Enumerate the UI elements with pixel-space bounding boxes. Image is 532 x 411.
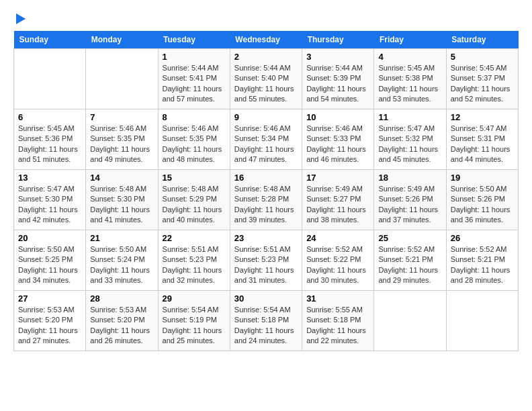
sunset-text: Sunset: 5:41 PM — [163, 73, 226, 83]
cell-content: Sunrise: 5:52 AMSunset: 5:21 PMDaylight:… — [378, 244, 441, 286]
daylight-text: Daylight: 11 hours and 30 minutes. — [306, 265, 369, 286]
sunrise-text: Sunrise: 5:46 AM — [163, 124, 226, 134]
cell-content: Sunrise: 5:45 AMSunset: 5:38 PMDaylight:… — [378, 63, 441, 105]
sunset-text: Sunset: 5:33 PM — [306, 134, 369, 144]
daylight-text: Daylight: 11 hours and 55 minutes. — [234, 84, 298, 105]
sunrise-text: Sunrise: 5:45 AM — [451, 63, 514, 73]
weekday-header-friday: Friday — [374, 31, 446, 49]
weekday-header-thursday: Thursday — [302, 31, 374, 49]
sunrise-text: Sunrise: 5:45 AM — [378, 63, 441, 73]
logo — [13, 13, 26, 24]
cell-content: Sunrise: 5:44 AMSunset: 5:40 PMDaylight:… — [234, 63, 298, 105]
calendar-cell: 9Sunrise: 5:46 AMSunset: 5:34 PMDaylight… — [230, 109, 302, 170]
daylight-text: Daylight: 11 hours and 36 minutes. — [451, 205, 514, 226]
day-number: 15 — [163, 173, 226, 183]
daylight-text: Daylight: 11 hours and 22 minutes. — [306, 326, 369, 347]
sunset-text: Sunset: 5:32 PM — [378, 134, 441, 144]
daylight-text: Daylight: 11 hours and 42 minutes. — [18, 205, 81, 226]
sunrise-text: Sunrise: 5:52 AM — [306, 244, 369, 255]
calendar-table: SundayMondayTuesdayWednesdayThursdayFrid… — [13, 31, 519, 351]
sunrise-text: Sunrise: 5:50 AM — [451, 184, 514, 194]
day-number: 23 — [234, 233, 298, 243]
cell-content: Sunrise: 5:46 AMSunset: 5:35 PMDaylight:… — [163, 124, 226, 165]
day-number: 18 — [378, 173, 441, 183]
calendar-cell: 29Sunrise: 5:54 AMSunset: 5:19 PMDayligh… — [158, 291, 230, 351]
sunrise-text: Sunrise: 5:47 AM — [451, 124, 514, 134]
calendar-cell: 23Sunrise: 5:51 AMSunset: 5:23 PMDayligh… — [230, 230, 302, 291]
sunrise-text: Sunrise: 5:44 AM — [306, 63, 369, 73]
cell-content: Sunrise: 5:55 AMSunset: 5:18 PMDaylight:… — [306, 305, 369, 347]
cell-content: Sunrise: 5:49 AMSunset: 5:26 PMDaylight:… — [378, 184, 441, 226]
calendar-cell — [14, 49, 86, 109]
day-number: 17 — [306, 173, 369, 183]
sunset-text: Sunset: 5:24 PM — [90, 255, 153, 265]
daylight-text: Daylight: 11 hours and 38 minutes. — [306, 205, 369, 226]
daylight-text: Daylight: 11 hours and 39 minutes. — [234, 205, 298, 226]
sunset-text: Sunset: 5:21 PM — [378, 255, 441, 265]
cell-content: Sunrise: 5:50 AMSunset: 5:25 PMDaylight:… — [18, 244, 81, 286]
sunrise-text: Sunrise: 5:46 AM — [90, 124, 153, 134]
calendar-cell — [446, 291, 518, 351]
daylight-text: Daylight: 11 hours and 45 minutes. — [378, 144, 441, 165]
daylight-text: Daylight: 11 hours and 48 minutes. — [163, 144, 226, 165]
cell-content: Sunrise: 5:47 AMSunset: 5:30 PMDaylight:… — [18, 184, 81, 226]
sunrise-text: Sunrise: 5:51 AM — [234, 244, 298, 255]
week-row-0: 1Sunrise: 5:44 AMSunset: 5:41 PMDaylight… — [14, 49, 519, 109]
day-number: 3 — [306, 52, 369, 62]
sunrise-text: Sunrise: 5:44 AM — [163, 63, 226, 73]
cell-content: Sunrise: 5:54 AMSunset: 5:18 PMDaylight:… — [234, 305, 298, 347]
cell-content: Sunrise: 5:51 AMSunset: 5:23 PMDaylight:… — [234, 244, 298, 286]
daylight-text: Daylight: 11 hours and 28 minutes. — [451, 265, 514, 286]
daylight-text: Daylight: 11 hours and 32 minutes. — [163, 265, 226, 286]
sunset-text: Sunset: 5:34 PM — [234, 134, 298, 144]
daylight-text: Daylight: 11 hours and 51 minutes. — [18, 144, 81, 165]
sunset-text: Sunset: 5:26 PM — [451, 194, 514, 204]
week-row-4: 27Sunrise: 5:53 AMSunset: 5:20 PMDayligh… — [14, 291, 519, 351]
day-number: 20 — [18, 233, 81, 243]
daylight-text: Daylight: 11 hours and 44 minutes. — [451, 144, 514, 165]
sunrise-text: Sunrise: 5:45 AM — [18, 124, 81, 134]
daylight-text: Daylight: 11 hours and 52 minutes. — [451, 84, 514, 105]
daylight-text: Daylight: 11 hours and 46 minutes. — [306, 144, 369, 165]
weekday-header-row: SundayMondayTuesdayWednesdayThursdayFrid… — [14, 31, 519, 49]
cell-content: Sunrise: 5:47 AMSunset: 5:31 PMDaylight:… — [451, 124, 514, 165]
day-number: 9 — [234, 112, 298, 122]
sunrise-text: Sunrise: 5:48 AM — [234, 184, 298, 194]
calendar-cell: 24Sunrise: 5:52 AMSunset: 5:22 PMDayligh… — [302, 230, 374, 291]
sunset-text: Sunset: 5:21 PM — [451, 255, 514, 265]
weekday-header-wednesday: Wednesday — [230, 31, 302, 49]
day-number: 1 — [163, 52, 226, 62]
sunset-text: Sunset: 5:20 PM — [18, 315, 81, 325]
cell-content: Sunrise: 5:53 AMSunset: 5:20 PMDaylight:… — [90, 305, 153, 347]
cell-content: Sunrise: 5:48 AMSunset: 5:29 PMDaylight:… — [163, 184, 226, 226]
day-number: 30 — [234, 293, 298, 304]
weekday-header-sunday: Sunday — [14, 31, 86, 49]
daylight-text: Daylight: 11 hours and 27 minutes. — [18, 326, 81, 347]
day-number: 4 — [378, 52, 441, 62]
day-number: 28 — [90, 293, 153, 304]
cell-content: Sunrise: 5:45 AMSunset: 5:36 PMDaylight:… — [18, 124, 81, 165]
daylight-text: Daylight: 11 hours and 34 minutes. — [18, 265, 81, 286]
calendar-cell: 8Sunrise: 5:46 AMSunset: 5:35 PMDaylight… — [158, 109, 230, 170]
day-number: 14 — [90, 173, 153, 183]
day-number: 16 — [234, 173, 298, 183]
day-number: 26 — [451, 233, 514, 243]
cell-content: Sunrise: 5:49 AMSunset: 5:27 PMDaylight:… — [306, 184, 369, 226]
day-number: 10 — [306, 112, 369, 122]
week-row-3: 20Sunrise: 5:50 AMSunset: 5:25 PMDayligh… — [14, 230, 519, 291]
cell-content: Sunrise: 5:53 AMSunset: 5:20 PMDaylight:… — [18, 305, 81, 347]
sunrise-text: Sunrise: 5:48 AM — [163, 184, 226, 194]
daylight-text: Daylight: 11 hours and 47 minutes. — [234, 144, 298, 165]
calendar-cell: 20Sunrise: 5:50 AMSunset: 5:25 PMDayligh… — [14, 230, 86, 291]
sunset-text: Sunset: 5:37 PM — [451, 73, 514, 83]
calendar-cell: 13Sunrise: 5:47 AMSunset: 5:30 PMDayligh… — [14, 170, 86, 230]
calendar-cell: 27Sunrise: 5:53 AMSunset: 5:20 PMDayligh… — [14, 291, 86, 351]
sunset-text: Sunset: 5:39 PM — [306, 73, 369, 83]
sunset-text: Sunset: 5:30 PM — [90, 194, 153, 204]
sunset-text: Sunset: 5:22 PM — [306, 255, 369, 265]
calendar-cell: 22Sunrise: 5:51 AMSunset: 5:23 PMDayligh… — [158, 230, 230, 291]
cell-content: Sunrise: 5:48 AMSunset: 5:30 PMDaylight:… — [90, 184, 153, 226]
calendar-cell: 7Sunrise: 5:46 AMSunset: 5:35 PMDaylight… — [86, 109, 158, 170]
daylight-text: Daylight: 11 hours and 40 minutes. — [163, 205, 226, 226]
calendar-cell: 15Sunrise: 5:48 AMSunset: 5:29 PMDayligh… — [158, 170, 230, 230]
